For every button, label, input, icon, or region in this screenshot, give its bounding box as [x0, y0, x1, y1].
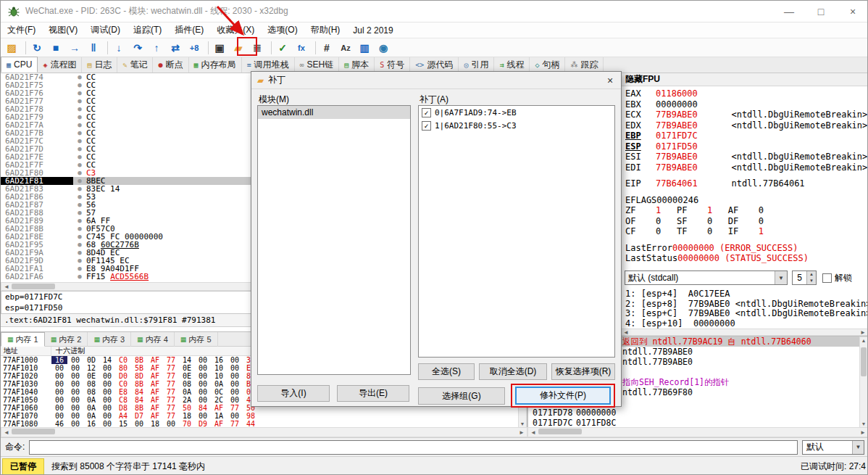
tab-references[interactable]: ◎引用 — [459, 57, 494, 73]
console-icon[interactable]: ▣ — [212, 40, 228, 56]
minimize-button[interactable]: — — [773, 1, 805, 22]
command-input[interactable] — [29, 440, 798, 455]
tab-threads[interactable]: ⇉线程 — [494, 57, 530, 73]
register-value[interactable]: 0171FD7C — [656, 131, 721, 141]
flag-value[interactable]: 1 — [656, 205, 677, 215]
spin-up-icon[interactable]: ▲ — [807, 271, 816, 278]
register-row[interactable]: EFLAGS00000246 — [625, 195, 868, 206]
register-row[interactable]: EBP0171FD7C — [625, 131, 868, 141]
fx-function-icon[interactable]: fx — [293, 40, 309, 56]
argument-row[interactable]: 2: [esp+8] 77B9ABE0 <ntdll.DbgUiRemoteBr… — [625, 300, 864, 310]
spin-down-icon[interactable]: ▼ — [807, 278, 816, 284]
register-value[interactable]: 77B9ABE0 — [656, 162, 721, 173]
module-list-item[interactable]: wechatwin.dll — [258, 106, 410, 119]
breakpoint-gutter-dot[interactable]: ● — [73, 201, 86, 209]
deselect-all-button[interactable]: 取消全选(D) — [479, 363, 547, 380]
breakpoint-gutter-dot[interactable]: ● — [73, 121, 86, 129]
breakpoint-gutter-dot[interactable]: ● — [73, 129, 86, 137]
tab-script[interactable]: ▤脚本 — [339, 57, 375, 73]
restore-selected-button[interactable]: 恢复选择项(R) — [551, 363, 615, 380]
register-row[interactable]: OF 0 SF 0 DF 0 — [625, 216, 868, 227]
breakpoint-gutter-dot[interactable]: ● — [73, 209, 86, 217]
tab-symbols[interactable]: S符号 — [375, 57, 410, 73]
scroll-left-icon[interactable]: ◄ — [621, 329, 631, 336]
menu-item[interactable]: 文件(F) — [1, 22, 42, 38]
patch-checkbox[interactable]: ✓ — [422, 108, 431, 117]
scroll-thumb[interactable] — [861, 347, 867, 376]
tab-memory-map[interactable]: ▦内存布局 — [189, 57, 242, 73]
hide-fpu-button[interactable]: 隐藏FPU — [621, 73, 868, 86]
patch-list-item[interactable]: ✓1|6AD21F80:55->C3 — [419, 119, 614, 132]
register-row[interactable]: EIP77B64061 ntdll.77B64061 — [625, 178, 868, 189]
scroll-left-icon[interactable]: ◄ — [528, 429, 538, 437]
register-row[interactable]: ZF 1 PF 1 AF 0 — [625, 205, 868, 216]
register-row[interactable]: CF 0 TF 0 IF 1 — [625, 226, 868, 237]
breakpoint-gutter-dot[interactable]: ● — [73, 225, 86, 233]
step-into-icon[interactable]: ↓ — [111, 40, 127, 56]
flag-value[interactable]: 0 — [707, 216, 728, 226]
maximize-button[interactable]: □ — [805, 1, 837, 22]
flag-value[interactable]: 1 — [759, 226, 780, 236]
import-button[interactable]: 导入(I) — [257, 385, 330, 402]
arg-depth-spinner[interactable]: 5 ▲▼ — [792, 270, 817, 285]
register-row[interactable]: ECX77B9ABE0 <ntdll.DbgUiRemoteBreakin> — [625, 110, 868, 120]
tab-call-stack[interactable]: ≡调用堆栈 — [242, 57, 295, 73]
command-mode-select[interactable]: 默认 ▼ — [802, 440, 864, 455]
dump-row[interactable]: 77AF107000000A00A4D7AF7718001A0098 — [1, 412, 527, 420]
breakpoint-gutter-dot[interactable]: ● — [73, 169, 86, 177]
tab-seh-chain[interactable]: ∞SEH链 — [295, 57, 340, 73]
argument-row[interactable]: 4: [esp+10] 00000000 — [625, 319, 864, 329]
internet-globe-icon[interactable]: ◉ — [375, 40, 391, 56]
breakpoint-gutter-dot[interactable]: ● — [73, 113, 86, 121]
step-over-icon[interactable]: ↷ — [130, 40, 146, 56]
flag-value[interactable]: 0 — [759, 205, 780, 215]
breakpoint-gutter-dot[interactable]: ● — [73, 233, 86, 241]
register-row[interactable]: EDX77B9ABE0 <ntdll.DbgUiRemoteBreakin> — [625, 120, 868, 131]
tab-source[interactable]: <>源代码 — [410, 57, 459, 73]
register-value[interactable]: 01186000 — [656, 88, 721, 99]
breakpoint-gutter-dot[interactable]: ● — [73, 105, 86, 113]
flag-value[interactable]: 1 — [707, 205, 728, 215]
stack-row[interactable]: 0171FD7C0171FD8C — [528, 418, 868, 428]
tab-notes[interactable]: ✎笔记 — [117, 57, 153, 73]
register-value[interactable]: 77B64061 — [656, 178, 721, 189]
tab-breakpoints[interactable]: ●断点 — [153, 57, 188, 73]
dump-tab-3[interactable]: ▦内存 3 — [88, 332, 131, 347]
dump-tab-1[interactable]: ▦内存 1 — [1, 332, 45, 347]
stack-vscrollbar[interactable]: ▲ ▼ — [859, 336, 868, 428]
register-value[interactable]: 77B9ABE0 — [656, 110, 721, 120]
register-value[interactable]: 0171FD50 — [656, 141, 721, 152]
step-out-icon[interactable]: ↑ — [149, 40, 164, 56]
hash-icon[interactable]: # — [319, 40, 335, 56]
scroll-right-icon[interactable]: ► — [517, 429, 527, 437]
register-row[interactable]: ESP0171FD50 — [625, 141, 868, 152]
tab-cpu[interactable]: ▦CPU — [1, 57, 38, 73]
menu-item[interactable]: 调试(D) — [84, 22, 127, 38]
scroll-thumb[interactable] — [538, 429, 582, 434]
flag-value[interactable]: 0 — [656, 216, 677, 226]
breakpoint-gutter-dot[interactable]: ● — [73, 81, 86, 89]
register-value[interactable]: 77B9ABE0 — [656, 152, 721, 162]
breakpoint-gutter-dot[interactable]: ● — [73, 257, 86, 265]
register-row[interactable]: LastError00000000 (ERROR_SUCCESS) — [625, 243, 868, 254]
step-count-icon[interactable]: +8 — [186, 40, 202, 56]
tab-handles[interactable]: ◇句柄 — [530, 57, 565, 73]
tab-trace[interactable]: ⁂跟踪 — [565, 57, 604, 73]
open-file-icon[interactable]: ▨ — [4, 40, 20, 56]
favourite-check-icon[interactable]: ✓ — [275, 40, 291, 56]
patch-checkbox[interactable]: ✓ — [422, 121, 431, 131]
breakpoint-gutter-dot[interactable]: ● — [73, 217, 86, 225]
stop-icon[interactable]: ■ — [48, 40, 64, 56]
menu-item[interactable]: 选项(O) — [261, 22, 304, 38]
register-value[interactable]: 00000246 — [656, 195, 722, 206]
select-all-button[interactable]: 全选(S) — [418, 363, 475, 380]
dump-tab-2[interactable]: ▦内存 2 — [45, 332, 88, 347]
scroll-down-icon[interactable]: ▼ — [859, 421, 868, 427]
register-value[interactable]: 00000000 (ERROR_SUCCESS) — [672, 243, 798, 254]
flag-value[interactable]: 0 — [759, 216, 780, 226]
export-button[interactable]: 导出(E) — [337, 385, 409, 402]
register-row[interactable]: LastStatus00000000 (STATUS_SUCCESS) — [625, 253, 868, 264]
breakpoint-gutter-dot[interactable]: ● — [73, 249, 86, 257]
breakpoint-gutter-dot[interactable]: ● — [73, 161, 86, 169]
close-button[interactable]: × — [837, 1, 868, 22]
